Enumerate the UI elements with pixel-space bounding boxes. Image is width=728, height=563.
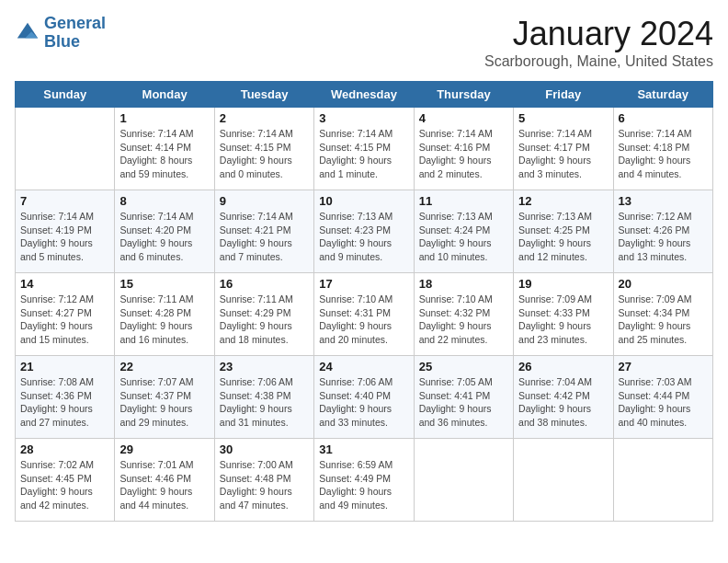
cell-daylight-info: Sunrise: 7:10 AM Sunset: 4:32 PM Dayligh… [419,293,508,347]
day-number: 2 [220,111,309,125]
day-number: 25 [419,360,508,373]
calendar-cell: 1Sunrise: 7:14 AM Sunset: 4:14 PM Daylig… [115,108,214,190]
day-number: 11 [419,194,508,208]
weekday-header: Thursday [414,82,513,108]
calendar-cell: 11Sunrise: 7:13 AM Sunset: 4:24 PM Dayli… [414,190,513,273]
weekday-header: Saturday [613,82,712,108]
cell-daylight-info: Sunrise: 7:09 AM Sunset: 4:33 PM Dayligh… [518,293,608,347]
page-header: General Blue January 2024 Scarborough, M… [15,15,713,70]
cell-daylight-info: Sunrise: 7:08 AM Sunset: 4:36 PM Dayligh… [20,375,109,430]
day-number: 13 [619,194,708,208]
cell-daylight-info: Sunrise: 7:13 AM Sunset: 4:25 PM Dayligh… [518,210,608,264]
day-number: 24 [319,360,408,373]
day-number: 15 [119,277,209,291]
cell-daylight-info: Sunrise: 7:14 AM Sunset: 4:19 PM Dayligh… [20,210,109,264]
calendar-cell: 31Sunrise: 6:59 AM Sunset: 4:49 PM Dayli… [314,439,414,522]
day-number: 6 [619,111,708,125]
day-number: 14 [20,277,109,291]
calendar-cell: 4Sunrise: 7:14 AM Sunset: 4:16 PM Daylig… [414,108,513,190]
calendar-week-row: 21Sunrise: 7:08 AM Sunset: 4:36 PM Dayli… [16,356,713,439]
weekday-header: Wednesday [314,82,414,108]
calendar-title: January 2024 [484,15,713,53]
day-number: 22 [119,360,209,373]
calendar-subtitle: Scarborough, Maine, United States [484,53,713,70]
cell-daylight-info: Sunrise: 7:14 AM Sunset: 4:18 PM Dayligh… [619,127,708,181]
cell-daylight-info: Sunrise: 6:59 AM Sunset: 4:49 PM Dayligh… [319,458,408,512]
calendar-cell: 7Sunrise: 7:14 AM Sunset: 4:19 PM Daylig… [16,190,115,273]
cell-daylight-info: Sunrise: 7:04 AM Sunset: 4:42 PM Dayligh… [518,375,608,430]
cell-daylight-info: Sunrise: 7:06 AM Sunset: 4:38 PM Dayligh… [220,375,309,430]
calendar-cell [514,439,613,522]
calendar-cell: 18Sunrise: 7:10 AM Sunset: 4:32 PM Dayli… [414,273,513,356]
day-number: 4 [419,111,508,125]
day-number: 30 [220,442,309,456]
calendar-cell: 27Sunrise: 7:03 AM Sunset: 4:44 PM Dayli… [613,356,712,439]
cell-daylight-info: Sunrise: 7:00 AM Sunset: 4:48 PM Dayligh… [220,458,309,512]
logo-icon [15,20,40,46]
day-number: 5 [518,111,608,125]
calendar-cell: 2Sunrise: 7:14 AM Sunset: 4:15 PM Daylig… [214,108,313,190]
cell-daylight-info: Sunrise: 7:14 AM Sunset: 4:15 PM Dayligh… [220,127,309,181]
calendar-header: SundayMondayTuesdayWednesdayThursdayFrid… [16,82,713,108]
calendar-cell: 29Sunrise: 7:01 AM Sunset: 4:46 PM Dayli… [115,439,214,522]
day-number: 20 [619,277,708,291]
day-number: 26 [518,360,608,373]
weekday-header: Friday [514,82,613,108]
calendar-cell: 13Sunrise: 7:12 AM Sunset: 4:26 PM Dayli… [613,190,712,273]
weekday-header: Sunday [16,82,115,108]
day-number: 29 [119,442,209,456]
calendar-cell: 8Sunrise: 7:14 AM Sunset: 4:20 PM Daylig… [115,190,214,273]
calendar-cell: 26Sunrise: 7:04 AM Sunset: 4:42 PM Dayli… [514,356,613,439]
calendar-cell: 16Sunrise: 7:11 AM Sunset: 4:29 PM Dayli… [214,273,313,356]
day-number: 3 [319,111,408,125]
cell-daylight-info: Sunrise: 7:05 AM Sunset: 4:41 PM Dayligh… [419,375,508,430]
logo-text: General Blue [44,15,106,52]
cell-daylight-info: Sunrise: 7:06 AM Sunset: 4:40 PM Dayligh… [319,375,408,430]
calendar-cell: 20Sunrise: 7:09 AM Sunset: 4:34 PM Dayli… [613,273,712,356]
calendar-week-row: 14Sunrise: 7:12 AM Sunset: 4:27 PM Dayli… [16,273,713,356]
calendar-cell: 30Sunrise: 7:00 AM Sunset: 4:48 PM Dayli… [214,439,313,522]
calendar-cell: 6Sunrise: 7:14 AM Sunset: 4:18 PM Daylig… [613,108,712,190]
cell-daylight-info: Sunrise: 7:14 AM Sunset: 4:20 PM Dayligh… [119,210,209,264]
calendar-cell: 25Sunrise: 7:05 AM Sunset: 4:41 PM Dayli… [414,356,513,439]
cell-daylight-info: Sunrise: 7:11 AM Sunset: 4:28 PM Dayligh… [119,293,209,347]
cell-daylight-info: Sunrise: 7:10 AM Sunset: 4:31 PM Dayligh… [319,293,408,347]
cell-daylight-info: Sunrise: 7:09 AM Sunset: 4:34 PM Dayligh… [619,293,708,347]
cell-daylight-info: Sunrise: 7:13 AM Sunset: 4:23 PM Dayligh… [319,210,408,264]
day-number: 18 [419,277,508,291]
day-number: 17 [319,277,408,291]
calendar-week-row: 1Sunrise: 7:14 AM Sunset: 4:14 PM Daylig… [16,108,713,190]
cell-daylight-info: Sunrise: 7:12 AM Sunset: 4:26 PM Dayligh… [619,210,708,264]
cell-daylight-info: Sunrise: 7:14 AM Sunset: 4:21 PM Dayligh… [220,210,309,264]
calendar-cell [16,108,115,190]
calendar-cell: 23Sunrise: 7:06 AM Sunset: 4:38 PM Dayli… [214,356,313,439]
cell-daylight-info: Sunrise: 7:14 AM Sunset: 4:16 PM Dayligh… [419,127,508,181]
day-number: 23 [220,360,309,373]
cell-daylight-info: Sunrise: 7:13 AM Sunset: 4:24 PM Dayligh… [419,210,508,264]
calendar-cell [414,439,513,522]
calendar-cell: 24Sunrise: 7:06 AM Sunset: 4:40 PM Dayli… [314,356,414,439]
calendar-cell: 15Sunrise: 7:11 AM Sunset: 4:28 PM Dayli… [115,273,214,356]
day-number: 7 [20,194,109,208]
cell-daylight-info: Sunrise: 7:14 AM Sunset: 4:17 PM Dayligh… [518,127,608,181]
cell-daylight-info: Sunrise: 7:07 AM Sunset: 4:37 PM Dayligh… [119,375,209,430]
calendar-cell: 5Sunrise: 7:14 AM Sunset: 4:17 PM Daylig… [514,108,613,190]
calendar-cell: 14Sunrise: 7:12 AM Sunset: 4:27 PM Dayli… [16,273,115,356]
cell-daylight-info: Sunrise: 7:12 AM Sunset: 4:27 PM Dayligh… [20,293,109,347]
calendar-cell: 21Sunrise: 7:08 AM Sunset: 4:36 PM Dayli… [16,356,115,439]
calendar-cell: 22Sunrise: 7:07 AM Sunset: 4:37 PM Dayli… [115,356,214,439]
cell-daylight-info: Sunrise: 7:11 AM Sunset: 4:29 PM Dayligh… [220,293,309,347]
logo: General Blue [15,15,106,52]
day-number: 28 [20,442,109,456]
calendar-cell: 28Sunrise: 7:02 AM Sunset: 4:45 PM Dayli… [16,439,115,522]
calendar-cell: 10Sunrise: 7:13 AM Sunset: 4:23 PM Dayli… [314,190,414,273]
cell-daylight-info: Sunrise: 7:14 AM Sunset: 4:15 PM Dayligh… [319,127,408,181]
cell-daylight-info: Sunrise: 7:03 AM Sunset: 4:44 PM Dayligh… [619,375,708,430]
day-number: 21 [20,360,109,373]
calendar-week-row: 28Sunrise: 7:02 AM Sunset: 4:45 PM Dayli… [16,439,713,522]
weekday-header: Monday [115,82,214,108]
day-number: 9 [220,194,309,208]
day-number: 16 [220,277,309,291]
day-number: 27 [619,360,708,373]
day-number: 19 [518,277,608,291]
